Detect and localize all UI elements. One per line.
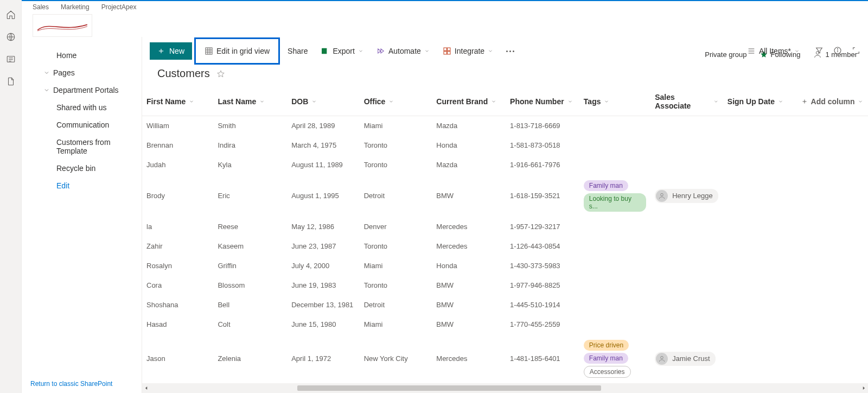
nav-shared[interactable]: Shared with us bbox=[22, 99, 142, 116]
table-row[interactable]: BrodyEricAugust 1, 1995DetroitBMW1-618-1… bbox=[142, 175, 868, 217]
nav-edit-link[interactable]: Edit bbox=[22, 177, 142, 194]
integrate-button[interactable]: Integrate bbox=[437, 42, 499, 60]
table-row[interactable]: WilliamSmithApril 28, 1989MiamiMazda1-81… bbox=[142, 116, 868, 136]
table-row[interactable]: ZahirKaseemJune 23, 1987TorontoMercedes1… bbox=[142, 237, 868, 256]
rail-news-icon[interactable] bbox=[6, 54, 16, 66]
svg-marker-26 bbox=[145, 386, 147, 390]
return-classic-link[interactable]: Return to classic SharePoint bbox=[30, 380, 112, 388]
table-row[interactable]: JudahKylaAugust 11, 1989TorontoMazda1-91… bbox=[142, 155, 868, 175]
svg-rect-5 bbox=[206, 48, 212, 54]
left-nav: Home Pages Department Portals Shared wit… bbox=[22, 37, 142, 393]
nav-pages[interactable]: Pages bbox=[22, 64, 142, 81]
rail-files-icon[interactable] bbox=[6, 77, 16, 88]
nav-home[interactable]: Home bbox=[22, 47, 142, 64]
nav-dept-portals[interactable]: Department Portals bbox=[22, 81, 142, 99]
svg-rect-13 bbox=[444, 52, 446, 54]
tab-marketing[interactable]: Marketing bbox=[61, 3, 90, 11]
nav-customers-template[interactable]: Customers from Template bbox=[22, 134, 142, 160]
col-first-name[interactable]: First Name bbox=[142, 87, 213, 116]
svg-rect-10 bbox=[322, 48, 327, 54]
table-row[interactable]: JasonZeleniaApril 1, 1972New York CityMe… bbox=[142, 334, 868, 383]
export-button[interactable]: Export bbox=[315, 42, 368, 60]
view-selector[interactable]: All Items* bbox=[742, 42, 805, 60]
table-row[interactable]: HasadColtJune 15, 1980MiamiBMW1-770-455-… bbox=[142, 315, 868, 334]
table-row[interactable]: RosalynGriffinJuly 4, 2000MiamiHonda1-43… bbox=[142, 256, 868, 276]
table-row[interactable]: BrennanIndiraMarch 4, 1975TorontoHonda1-… bbox=[142, 136, 868, 155]
tab-projectapex[interactable]: ProjectApex bbox=[101, 3, 137, 11]
col-phone[interactable]: Phone Number bbox=[506, 87, 579, 116]
list-grid[interactable]: First Name Last Name DOB Office Current … bbox=[142, 87, 868, 393]
site-logo[interactable] bbox=[33, 14, 92, 37]
tab-sales[interactable]: Sales bbox=[33, 3, 49, 11]
svg-rect-12 bbox=[447, 48, 450, 50]
header-row: First Name Last Name DOB Office Current … bbox=[142, 87, 868, 116]
svg-point-20 bbox=[837, 48, 838, 49]
site-header: Sales Marketing ProjectApex bbox=[22, 1, 868, 37]
scroll-thumb[interactable] bbox=[297, 385, 601, 391]
edit-in-grid-button[interactable]: Edit in grid view bbox=[199, 42, 275, 60]
new-button[interactable]: New bbox=[150, 42, 192, 60]
edit-grid-highlight: Edit in grid view bbox=[194, 37, 280, 65]
col-brand[interactable]: Current Brand bbox=[432, 87, 506, 116]
info-icon[interactable] bbox=[833, 46, 842, 56]
table-row[interactable]: CoraBlossomJune 19, 1983TorontoBMW1-977-… bbox=[142, 276, 868, 295]
nav-communication[interactable]: Communication bbox=[22, 116, 142, 134]
col-sales-associate[interactable]: Sales Associate bbox=[650, 87, 723, 116]
scroll-right-icon[interactable] bbox=[859, 384, 868, 392]
col-signup[interactable]: Sign Up Date bbox=[723, 87, 797, 116]
favorite-icon[interactable] bbox=[216, 69, 225, 78]
col-tags[interactable]: Tags bbox=[579, 87, 650, 116]
site-top-tabs: Sales Marketing ProjectApex bbox=[33, 3, 136, 11]
horizontal-scrollbar[interactable] bbox=[142, 383, 868, 393]
svg-point-24 bbox=[661, 193, 663, 196]
app-rail bbox=[0, 0, 22, 393]
list-title: Customers bbox=[157, 67, 210, 80]
svg-rect-11 bbox=[444, 48, 446, 50]
rail-home-icon[interactable] bbox=[6, 10, 16, 21]
col-dob[interactable]: DOB bbox=[287, 87, 360, 116]
col-add[interactable]: Add column bbox=[797, 87, 868, 116]
automate-button[interactable]: Automate bbox=[371, 42, 435, 60]
col-office[interactable]: Office bbox=[360, 87, 432, 116]
expand-icon[interactable] bbox=[852, 46, 860, 56]
table-row[interactable]: ShoshanaBellDecember 13, 1981DetroitBMW1… bbox=[142, 295, 868, 315]
share-button[interactable]: Share bbox=[282, 42, 313, 60]
nav-recycle-bin[interactable]: Recycle bin bbox=[22, 160, 142, 177]
filter-icon[interactable] bbox=[815, 46, 824, 56]
col-last-name[interactable]: Last Name bbox=[213, 87, 287, 116]
svg-point-25 bbox=[661, 356, 663, 359]
scroll-left-icon[interactable] bbox=[142, 384, 151, 392]
table-row[interactable]: laReeseMay 12, 1986DenverMercedes1-957-1… bbox=[142, 217, 868, 237]
command-bar: New Edit in grid view Share Export bbox=[142, 37, 868, 65]
more-button[interactable] bbox=[501, 42, 520, 60]
rail-globe-icon[interactable] bbox=[6, 32, 16, 43]
svg-rect-14 bbox=[447, 52, 450, 54]
svg-marker-27 bbox=[863, 386, 865, 390]
